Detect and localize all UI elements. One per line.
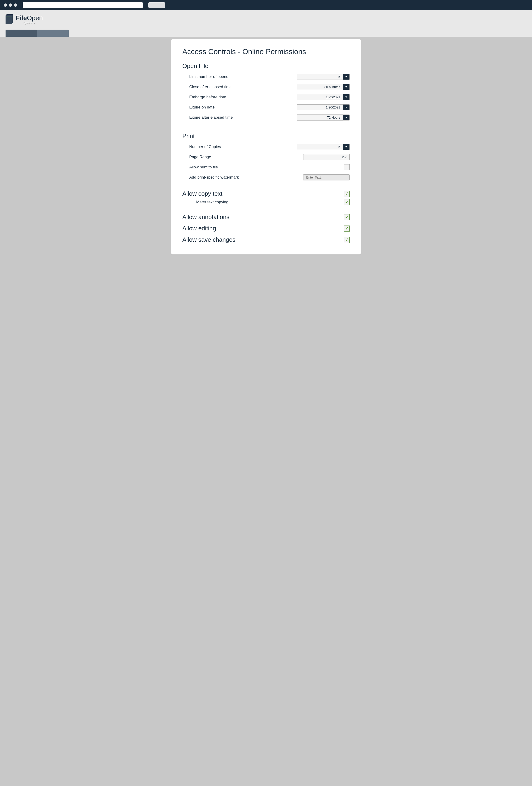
- svg-rect-3: [6, 16, 11, 17]
- close-elapsed-input[interactable]: [297, 84, 343, 90]
- expire-date-dropdown[interactable]: ▼: [297, 104, 350, 110]
- allow-editing-row: Allow editing ✓: [182, 225, 350, 232]
- expire-elapsed-arrow[interactable]: ▼: [343, 115, 349, 120]
- meter-text-row: Meter text copying ✓: [182, 199, 350, 205]
- tab-2[interactable]: [37, 30, 68, 37]
- limit-opens-input[interactable]: [297, 74, 343, 79]
- watermark-control: [303, 175, 350, 180]
- allow-copy-text-row: Allow copy text ✓: [182, 190, 350, 197]
- card: Access Controls - Online Permissions Ope…: [171, 39, 361, 254]
- limit-opens-row: Limit number of opens ▼: [182, 74, 350, 80]
- limit-opens-dropdown[interactable]: ▼: [297, 74, 350, 80]
- allow-annotations-checkmark: ✓: [345, 215, 348, 219]
- logo-open: Open: [27, 14, 43, 22]
- watermark-input[interactable]: [303, 175, 350, 180]
- num-copies-arrow[interactable]: ▼: [343, 144, 349, 150]
- logo-systems: Systems: [16, 22, 43, 24]
- allow-save-changes-label: Allow save changes: [182, 236, 236, 243]
- minimize-traffic-light[interactable]: [9, 3, 12, 7]
- close-elapsed-label: Close after elapsed time: [189, 85, 232, 89]
- num-copies-input[interactable]: [297, 144, 343, 150]
- page-range-input[interactable]: [303, 154, 350, 160]
- meter-text-control: ✓: [344, 199, 350, 205]
- allow-annotations-control: ✓: [344, 214, 350, 220]
- embargo-date-row: Embargo before date ▼: [182, 94, 350, 100]
- num-copies-dropdown[interactable]: ▼: [297, 144, 350, 150]
- expire-elapsed-dropdown[interactable]: ▼: [297, 115, 350, 120]
- allow-copy-text-control: ✓: [344, 191, 350, 197]
- expire-date-label: Expire on date: [189, 105, 215, 110]
- allow-save-changes-checkbox[interactable]: ✓: [344, 237, 350, 243]
- expire-elapsed-input[interactable]: [297, 115, 343, 120]
- print-section: Print Number of Copies ▼ Page Range: [182, 133, 350, 180]
- num-copies-row: Number of Copies ▼: [182, 144, 350, 150]
- close-elapsed-dropdown[interactable]: ▼: [297, 84, 350, 90]
- allow-annotations-label: Allow annotations: [182, 213, 229, 221]
- allow-editing-checkbox[interactable]: ✓: [344, 226, 350, 232]
- allow-save-changes-checkmark: ✓: [345, 238, 348, 242]
- expire-elapsed-label: Expire after elapsed time: [189, 115, 233, 120]
- watermark-row: Add print-specific watermark: [182, 175, 350, 180]
- embargo-date-dropdown[interactable]: ▼: [297, 94, 350, 100]
- page-range-label: Page Range: [189, 155, 211, 159]
- expire-date-input[interactable]: [297, 105, 343, 110]
- tab-1[interactable]: [5, 30, 37, 37]
- page-range-control: [303, 154, 350, 160]
- print-to-file-row: Allow print to file: [182, 164, 350, 170]
- expire-elapsed-row: Expire after elapsed time ▼: [182, 115, 350, 120]
- embargo-date-label: Embargo before date: [189, 95, 226, 99]
- title-bar: [0, 0, 532, 10]
- print-section-title: Print: [182, 133, 350, 140]
- embargo-date-input[interactable]: [297, 94, 343, 100]
- allow-editing-control: ✓: [344, 226, 350, 232]
- app-header: File Open Systems: [0, 10, 532, 37]
- meter-text-label: Meter text copying: [196, 200, 228, 205]
- svg-rect-2: [5, 15, 12, 24]
- allow-copy-text-checkbox[interactable]: ✓: [344, 191, 350, 197]
- page-title: Access Controls - Online Permissions: [182, 47, 350, 56]
- embargo-date-arrow[interactable]: ▼: [343, 94, 349, 100]
- limit-opens-label: Limit number of opens: [189, 74, 228, 79]
- close-traffic-light[interactable]: [4, 3, 7, 7]
- watermark-label: Add print-specific watermark: [189, 175, 239, 180]
- print-to-file-checkbox[interactable]: [344, 164, 350, 170]
- fileopen-logo-icon: [5, 14, 14, 24]
- print-to-file-label: Allow print to file: [189, 165, 218, 169]
- allow-editing-label: Allow editing: [182, 225, 216, 232]
- allow-annotations-checkbox[interactable]: ✓: [344, 214, 350, 220]
- logo-area: File Open Systems: [5, 14, 527, 24]
- toolbar-button[interactable]: [148, 2, 165, 8]
- meter-text-checkmark: ✓: [345, 200, 348, 204]
- print-to-file-control: [344, 164, 350, 170]
- logo-text-area: File Open Systems: [16, 14, 43, 24]
- allow-editing-checkmark: ✓: [345, 227, 348, 231]
- url-bar[interactable]: [23, 2, 143, 8]
- close-elapsed-row: Close after elapsed time ▼: [182, 84, 350, 90]
- num-copies-label: Number of Copies: [189, 144, 221, 149]
- allow-copy-text-label: Allow copy text: [182, 190, 222, 197]
- limit-opens-arrow[interactable]: ▼: [343, 74, 349, 79]
- tabs-bar: [5, 30, 527, 37]
- open-file-section: Open File Limit number of opens ▼ Close …: [182, 63, 350, 120]
- open-file-title: Open File: [182, 63, 350, 70]
- main-content: Access Controls - Online Permissions Ope…: [167, 37, 365, 261]
- meter-text-checkbox[interactable]: ✓: [344, 199, 350, 205]
- page-range-row: Page Range: [182, 154, 350, 160]
- expire-date-row: Expire on date ▼: [182, 104, 350, 110]
- expire-date-arrow[interactable]: ▼: [343, 105, 349, 110]
- allow-save-changes-control: ✓: [344, 237, 350, 243]
- logo-file: File: [16, 14, 27, 22]
- maximize-traffic-light[interactable]: [14, 3, 17, 7]
- close-elapsed-arrow[interactable]: ▼: [343, 84, 349, 90]
- allow-save-changes-row: Allow save changes ✓: [182, 236, 350, 243]
- allow-annotations-row: Allow annotations ✓: [182, 213, 350, 221]
- allow-copy-text-checkmark: ✓: [345, 192, 348, 196]
